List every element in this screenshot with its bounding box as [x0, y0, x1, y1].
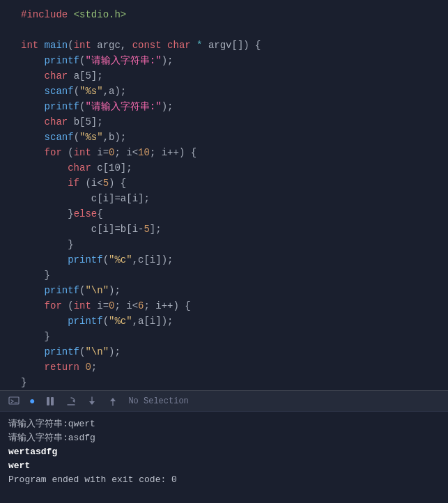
code-line-21: printf("%c",a[i]);	[0, 314, 448, 329]
code-line-2	[0, 22, 448, 38]
terminal-line-3: wertasdfg	[8, 445, 440, 459]
code-line-3: int main(int argc, const char * argv[]) …	[0, 38, 448, 53]
code-line-17: printf("%c",c[i]);	[0, 252, 448, 268]
code-line-14: }else{	[0, 206, 448, 222]
code-line-7: printf("请输入字符串:");	[0, 99, 448, 114]
code-line-5: char a[5];	[0, 68, 448, 84]
terminal-output: 请输入字符串:qwert 请输入字符串:asdfg wertasdfg wert…	[0, 411, 448, 503]
code-editor[interactable]: #include <stdio.h> int main(int argc, co…	[0, 0, 448, 390]
code-line-1: #include <stdio.h>	[0, 7, 448, 22]
code-line-6: scanf("%s",a);	[0, 84, 448, 99]
terminal-line-4: wert	[8, 459, 440, 473]
code-line-24: return 0;	[0, 359, 448, 375]
code-line-18: }	[0, 268, 448, 283]
code-line-16: }	[0, 237, 448, 252]
svg-marker-9	[110, 398, 116, 401]
code-line-15: c[i]=b[i-5];	[0, 222, 448, 237]
terminal-line-5: Program ended with exit code: 0	[8, 473, 440, 487]
code-line-13: c[i]=a[i];	[0, 191, 448, 206]
run-indicator[interactable]: ●	[26, 394, 38, 408]
code-line-4: printf("请输入字符串:");	[0, 53, 448, 68]
code-line-25: }	[0, 375, 448, 390]
code-line-11: char c[10];	[0, 160, 448, 176]
code-line-20: for (int i=0; i<6; i++) {	[0, 298, 448, 314]
editor-container: #include <stdio.h> int main(int argc, co…	[0, 0, 448, 390]
code-line-12: if (i<5) {	[0, 176, 448, 191]
step-over-button[interactable]	[63, 394, 79, 408]
console-icon[interactable]	[6, 394, 22, 408]
code-line-10: for (int i=0; i<10; i++) {	[0, 145, 448, 160]
svg-rect-3	[51, 397, 54, 405]
svg-rect-2	[47, 397, 49, 405]
svg-marker-4	[72, 399, 75, 403]
terminal-line-1: 请输入字符串:qwert	[8, 417, 440, 431]
code-line-9: scanf("%s",b);	[0, 130, 448, 145]
code-line-23: printf("\n");	[0, 344, 448, 359]
terminal-line-2: 请输入字符串:asdfg	[8, 431, 440, 445]
code-line-8: char b[5];	[0, 114, 448, 130]
step-out-button[interactable]	[105, 394, 121, 408]
no-selection-label: No Selection	[128, 396, 188, 406]
debug-toolbar: ● No Selection	[0, 390, 448, 411]
step-into-button[interactable]	[84, 394, 100, 408]
code-line-19: printf("\n");	[0, 283, 448, 298]
svg-marker-7	[89, 401, 95, 405]
code-line-22: }	[0, 329, 448, 344]
pause-button[interactable]	[42, 394, 59, 408]
